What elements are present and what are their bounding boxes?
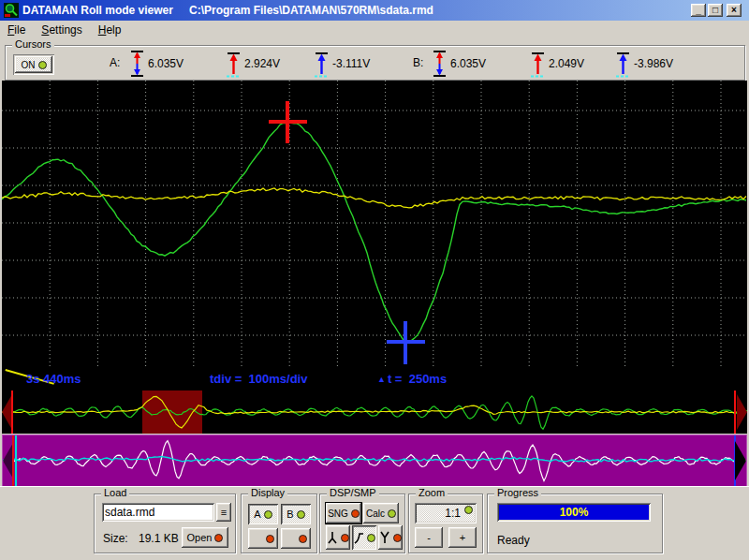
calc-led — [388, 509, 396, 518]
progress-fill: 100% — [499, 505, 649, 520]
draw-mode-step-led — [393, 534, 402, 542]
cursor-b-label: B: — [413, 56, 423, 69]
on-led — [38, 61, 47, 69]
size-value: 19.1 KB — [139, 532, 179, 545]
main-green-trace — [2, 122, 746, 344]
title-bar[interactable]: DATAMAN Roll mode viewer C:\Program File… — [0, 0, 749, 21]
scope-display[interactable] — [2, 81, 747, 368]
cursor-b-pp: 6.035V — [433, 49, 486, 79]
channel-b-led — [297, 510, 305, 519]
overview2-left-cursor[interactable] — [12, 435, 14, 486]
overview1-right-cursor[interactable] — [734, 391, 736, 434]
size-label: Size: — [103, 532, 128, 545]
delta-t-readout: ▲t = 250ms — [377, 372, 447, 386]
display-group: Display A B — [241, 494, 317, 553]
draw-mode-step-button[interactable] — [378, 525, 403, 550]
draw-mode-dots-button[interactable] — [326, 525, 350, 550]
draw-mode-linear-button[interactable] — [352, 525, 376, 550]
cursors-on-button[interactable]: ON — [15, 56, 52, 73]
window-left-edge — [0, 81, 2, 486]
menu-file[interactable]: File — [7, 23, 25, 37]
peak-to-peak-icon — [433, 50, 447, 78]
open-led — [214, 534, 223, 542]
dsp-smp-group-label: DSP/SMP — [327, 487, 379, 499]
overview2-canvas — [3, 435, 746, 486]
open-button[interactable]: Open — [182, 527, 228, 548]
max-arrow-icon — [531, 50, 545, 78]
overview2-right-marker-icon[interactable] — [735, 441, 746, 480]
progress-bar: 100% — [497, 503, 651, 522]
minimize-button[interactable]: _ — [691, 4, 706, 17]
overview1-canvas — [2, 391, 747, 434]
calc-button[interactable]: Calc — [363, 503, 399, 523]
overview1-yellow-trace — [2, 396, 746, 428]
zoom-out-button[interactable]: - — [415, 527, 443, 548]
channel-a-led — [264, 510, 272, 519]
draw-mode-linear-led — [367, 534, 375, 542]
delta-icon: ▲ — [377, 375, 386, 384]
status-text: Ready — [497, 534, 530, 547]
overview2-cyan-cursor[interactable] — [15, 435, 17, 486]
file-list-button[interactable]: ≡ — [216, 503, 231, 522]
elapsed-time: 3s 440ms — [26, 372, 81, 386]
overview1-right-marker-icon[interactable] — [737, 394, 747, 430]
step-mode-icon — [379, 531, 390, 544]
display-group-label: Display — [248, 487, 287, 499]
overview-strip-1 — [2, 391, 747, 434]
cursors-group: Cursors ON A: 6.035V 2.924V — [5, 45, 745, 81]
peak-to-peak-icon — [130, 50, 144, 78]
cursor-a-min: -3.111V — [315, 49, 370, 79]
timebase-row: 3s 440ms tdiv = 100ms/div ▲t = 250ms — [2, 368, 747, 391]
main-yellow-trace — [2, 188, 746, 208]
overview-strip-2 — [2, 435, 747, 487]
channel-b-option-led — [299, 535, 307, 543]
scope-canvas — [2, 81, 747, 368]
load-group: Load ≡ Size: 19.1 KB Open — [94, 494, 236, 553]
cursor-a-max: 2.924V — [227, 49, 280, 79]
min-arrow-icon — [616, 50, 630, 78]
control-panel: Load ≡ Size: 19.1 KB Open Display A B DS… — [0, 486, 749, 560]
app-window: DATAMAN Roll mode viewer C:\Program File… — [0, 0, 749, 560]
cursors-group-label: Cursors — [12, 38, 54, 51]
cursor-a-pp: 6.035V — [130, 49, 184, 79]
cursor-b-marker[interactable] — [404, 321, 407, 364]
overview1-left-cursor[interactable] — [11, 391, 13, 434]
window-file-path: C:\Program Files\DATAMAN\570RM\sdata.rmd — [189, 4, 433, 17]
single-button[interactable]: SNG — [326, 503, 361, 523]
zoom-in-button[interactable]: + — [448, 527, 477, 548]
channel-b-option-button[interactable] — [281, 528, 311, 549]
menu-help[interactable]: Help — [98, 23, 122, 37]
zoom-led — [464, 506, 473, 514]
zoom-ratio-field: 1:1 — [415, 503, 477, 523]
channel-b-button[interactable]: B — [281, 504, 311, 524]
tdiv-readout: tdiv = 100ms/div — [210, 372, 307, 386]
menu-settings[interactable]: Settings — [41, 23, 81, 37]
menu-bar: File Settings Help — [0, 21, 749, 39]
filename-input[interactable] — [102, 503, 214, 522]
zoom-ratio-value: 1:1 — [445, 507, 461, 520]
channel-a-option-led — [266, 535, 274, 543]
cursor-b-max: 2.049V — [531, 49, 584, 79]
min-arrow-icon — [315, 50, 329, 78]
single-led — [351, 509, 360, 518]
cursor-a-label: A: — [110, 56, 120, 69]
cursor-b-min: -3.986V — [616, 49, 673, 79]
maximize-button[interactable]: □ — [708, 4, 723, 17]
close-button[interactable]: × — [727, 4, 742, 17]
max-arrow-icon — [227, 50, 241, 78]
draw-mode-dots-led — [341, 534, 349, 542]
app-icon — [4, 3, 19, 18]
window-title: DATAMAN Roll mode viewer — [22, 4, 173, 17]
load-group-label: Load — [101, 487, 129, 499]
zoom-group-label: Zoom — [416, 487, 448, 499]
channel-a-button[interactable]: A — [248, 504, 278, 524]
cursors-on-frame: ON — [13, 54, 54, 75]
channel-a-option-button[interactable] — [248, 528, 278, 549]
cursor-a-marker[interactable] — [286, 101, 289, 143]
progress-group: Progress 100% Ready — [487, 494, 663, 553]
linear-mode-icon — [353, 531, 364, 544]
dsp-smp-group: DSP/SMP SNG Calc — [319, 494, 405, 553]
progress-group-label: Progress — [494, 487, 541, 499]
zoom-group: Zoom 1:1 - + — [408, 494, 483, 553]
dots-mode-icon — [327, 531, 338, 544]
